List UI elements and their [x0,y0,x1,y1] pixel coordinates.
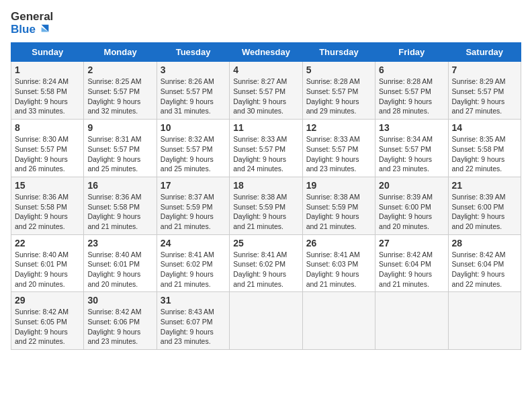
weekday-header: Tuesday [157,43,229,62]
day-number: 4 [233,64,298,75]
calendar-day: 29 Sunrise: 8:42 AMSunset: 6:05 PMDaylig… [11,292,84,350]
day-info: Sunrise: 8:34 AMSunset: 5:57 PMDaylight:… [379,134,444,174]
calendar-day: 24 Sunrise: 8:41 AMSunset: 6:02 PMDaylig… [157,234,229,292]
calendar-day: 8 Sunrise: 8:30 AMSunset: 5:57 PMDayligh… [11,120,84,177]
weekday-header: Sunday [11,43,84,62]
day-number: 11 [233,122,298,133]
day-number: 3 [161,64,226,75]
calendar-day: 21 Sunrise: 8:39 AMSunset: 6:00 PMDaylig… [448,177,521,234]
calendar-day: 16 Sunrise: 8:36 AMSunset: 5:58 PMDaylig… [84,177,157,234]
day-info: Sunrise: 8:40 AMSunset: 6:01 PMDaylight:… [87,250,152,289]
day-info: Sunrise: 8:32 AMSunset: 5:57 PMDaylight:… [161,134,226,174]
calendar-day: 22 Sunrise: 8:40 AMSunset: 6:01 PMDaylig… [11,234,84,292]
day-number: 1 [15,64,80,75]
day-number: 19 [306,180,371,191]
calendar-day: 10 Sunrise: 8:32 AMSunset: 5:57 PMDaylig… [157,120,229,177]
day-number: 9 [87,122,152,133]
calendar-table: SundayMondayTuesdayWednesdayThursdayFrid… [11,42,521,350]
calendar-day: 26 Sunrise: 8:41 AMSunset: 6:03 PMDaylig… [302,234,375,292]
day-info: Sunrise: 8:36 AMSunset: 5:58 PMDaylight:… [15,192,80,232]
day-number: 17 [161,180,226,191]
day-info: Sunrise: 8:36 AMSunset: 5:58 PMDaylight:… [87,192,152,232]
day-number: 2 [87,64,152,75]
day-info: Sunrise: 8:30 AMSunset: 5:57 PMDaylight:… [15,134,80,174]
day-info: Sunrise: 8:35 AMSunset: 5:58 PMDaylight:… [452,134,517,174]
day-info: Sunrise: 8:27 AMSunset: 5:57 PMDaylight:… [233,77,298,116]
day-info: Sunrise: 8:42 AMSunset: 6:05 PMDaylight:… [15,307,80,347]
calendar-day: 17 Sunrise: 8:37 AMSunset: 5:59 PMDaylig… [157,177,229,234]
calendar-day: 3 Sunrise: 8:26 AMSunset: 5:57 PMDayligh… [157,62,229,120]
calendar-day: 18 Sunrise: 8:38 AMSunset: 5:59 PMDaylig… [230,177,302,234]
day-info: Sunrise: 8:28 AMSunset: 5:57 PMDaylight:… [306,77,371,116]
day-number: 5 [306,64,371,75]
weekday-header: Saturday [448,43,521,62]
day-info: Sunrise: 8:41 AMSunset: 6:02 PMDaylight:… [161,250,226,289]
calendar-day: 7 Sunrise: 8:29 AMSunset: 5:57 PMDayligh… [448,62,521,120]
day-info: Sunrise: 8:42 AMSunset: 6:06 PMDaylight:… [87,307,152,347]
calendar-day: 11 Sunrise: 8:33 AMSunset: 5:57 PMDaylig… [230,120,302,177]
day-number: 25 [233,238,298,248]
calendar-day: 12 Sunrise: 8:33 AMSunset: 5:57 PMDaylig… [302,120,375,177]
weekday-header: Monday [84,43,157,62]
calendar-day: 31 Sunrise: 8:43 AMSunset: 6:07 PMDaylig… [157,292,229,350]
day-info: Sunrise: 8:37 AMSunset: 5:59 PMDaylight:… [161,192,226,232]
weekday-header: Friday [375,43,448,62]
day-number: 22 [15,238,80,248]
day-info: Sunrise: 8:41 AMSunset: 6:03 PMDaylight:… [306,250,371,289]
logo: General Blue [11,11,53,36]
day-number: 29 [15,295,80,306]
day-info: Sunrise: 8:38 AMSunset: 5:59 PMDaylight:… [233,192,298,232]
calendar-day: 23 Sunrise: 8:40 AMSunset: 6:01 PMDaylig… [84,234,157,292]
calendar-day: 6 Sunrise: 8:28 AMSunset: 5:57 PMDayligh… [375,62,448,120]
day-info: Sunrise: 8:25 AMSunset: 5:57 PMDaylight:… [87,77,152,116]
calendar-day: 4 Sunrise: 8:27 AMSunset: 5:57 PMDayligh… [230,62,302,120]
day-number: 16 [87,180,152,191]
calendar-day: 27 Sunrise: 8:42 AMSunset: 6:04 PMDaylig… [375,234,448,292]
day-number: 31 [161,295,226,306]
day-number: 20 [379,180,444,191]
day-info: Sunrise: 8:42 AMSunset: 6:04 PMDaylight:… [379,250,444,289]
day-number: 30 [87,295,152,306]
empty-cell [448,292,521,350]
calendar-day: 15 Sunrise: 8:36 AMSunset: 5:58 PMDaylig… [11,177,84,234]
day-number: 14 [452,122,517,133]
day-number: 10 [161,122,226,133]
day-info: Sunrise: 8:29 AMSunset: 5:57 PMDaylight:… [452,77,517,116]
day-info: Sunrise: 8:39 AMSunset: 6:00 PMDaylight:… [379,192,444,232]
calendar-day: 28 Sunrise: 8:42 AMSunset: 6:04 PMDaylig… [448,234,521,292]
day-info: Sunrise: 8:41 AMSunset: 6:02 PMDaylight:… [233,250,298,289]
day-number: 28 [452,238,517,248]
day-info: Sunrise: 8:33 AMSunset: 5:57 PMDaylight:… [306,134,371,174]
day-info: Sunrise: 8:43 AMSunset: 6:07 PMDaylight:… [161,307,226,347]
calendar-day: 1 Sunrise: 8:24 AMSunset: 5:58 PMDayligh… [11,62,84,120]
day-number: 21 [452,180,517,191]
day-info: Sunrise: 8:28 AMSunset: 5:57 PMDaylight:… [379,77,444,116]
day-info: Sunrise: 8:33 AMSunset: 5:57 PMDaylight:… [233,134,298,174]
calendar-day: 13 Sunrise: 8:34 AMSunset: 5:57 PMDaylig… [375,120,448,177]
day-info: Sunrise: 8:39 AMSunset: 6:00 PMDaylight:… [452,192,517,232]
calendar-day: 19 Sunrise: 8:38 AMSunset: 5:59 PMDaylig… [302,177,375,234]
day-info: Sunrise: 8:24 AMSunset: 5:58 PMDaylight:… [15,77,80,116]
calendar-day: 2 Sunrise: 8:25 AMSunset: 5:57 PMDayligh… [84,62,157,120]
logo-text: General Blue [11,11,53,36]
calendar-day: 14 Sunrise: 8:35 AMSunset: 5:58 PMDaylig… [448,120,521,177]
day-number: 27 [379,238,444,248]
weekday-header: Thursday [302,43,375,62]
calendar-day: 9 Sunrise: 8:31 AMSunset: 5:57 PMDayligh… [84,120,157,177]
empty-cell [302,292,375,350]
day-number: 15 [15,180,80,191]
day-number: 6 [379,64,444,75]
weekday-header: Wednesday [230,43,302,62]
day-info: Sunrise: 8:42 AMSunset: 6:04 PMDaylight:… [452,250,517,289]
empty-cell [375,292,448,350]
day-number: 12 [306,122,371,133]
empty-cell [230,292,302,350]
calendar-day: 25 Sunrise: 8:41 AMSunset: 6:02 PMDaylig… [230,234,302,292]
calendar-day: 30 Sunrise: 8:42 AMSunset: 6:06 PMDaylig… [84,292,157,350]
day-info: Sunrise: 8:26 AMSunset: 5:57 PMDaylight:… [161,77,226,116]
day-number: 24 [161,238,226,248]
day-number: 23 [87,238,152,248]
day-number: 8 [15,122,80,133]
day-number: 7 [452,64,517,75]
page-header: General Blue [11,11,521,36]
